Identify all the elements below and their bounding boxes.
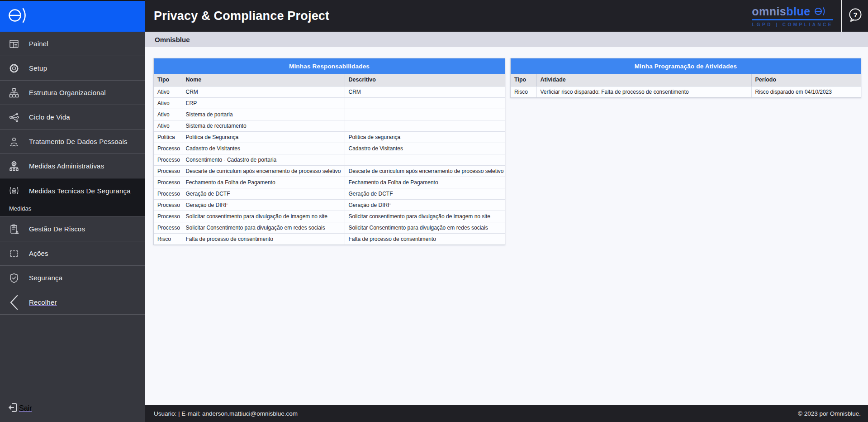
table-cell: Cadastro de Visitantes	[182, 143, 345, 154]
table-row[interactable]: ProcessoDescarte de curriculum após ence…	[154, 165, 505, 177]
personal-data-icon	[7, 135, 21, 149]
sidebar-item-label: Recolher	[29, 298, 57, 306]
table-cell: Sistema de recrutamento	[182, 120, 345, 131]
lifecycle-icon	[7, 110, 21, 124]
dashboard-icon	[7, 37, 21, 51]
risk-clipboard-icon	[7, 222, 21, 236]
table-row[interactable]: AtivoSistema de portaria	[154, 109, 505, 120]
responsibilities-panel-title: Minhas Responsabilidades	[154, 58, 505, 74]
table-cell: Solicitar Consentimento para divulgação …	[182, 222, 345, 233]
gear-icon	[7, 62, 21, 75]
table-cell: Verficiar risco disparado: Falta de proc…	[536, 86, 751, 97]
table-cell: CRM	[345, 86, 505, 97]
table-cell: Risco	[511, 86, 536, 97]
sidebar-item-medidas-administrativas[interactable]: Medidas Administrativas	[0, 154, 145, 178]
sidebar-item-label: Gestão De Riscos	[29, 225, 85, 233]
actions-selection-icon	[7, 247, 21, 260]
sidebar-item-label: Ciclo de Vida	[29, 113, 70, 121]
table-cell: Consentimento - Cadastro de portaria	[182, 154, 345, 165]
sidebar-item-gestao-de-riscos[interactable]: Gestão De Riscos	[0, 217, 145, 241]
column-header[interactable]: Tipo	[154, 74, 182, 86]
sidebar-item-seguranca[interactable]: Segurança	[0, 266, 145, 290]
brand-name-part1: omnis	[752, 5, 786, 18]
sidebar-item-label: Ações	[29, 249, 48, 257]
table-row[interactable]: PoliticaPolitica de SegurançaPolitica de…	[154, 131, 505, 143]
sidebar-item-label: Tratamento De Dados Pessoais	[29, 138, 128, 145]
table-row[interactable]: AtivoSistema de recrutamento	[154, 120, 505, 131]
sidebar-item-label: Sair	[19, 404, 32, 412]
table-cell: Fechamento da Folha de Pagamento	[345, 177, 505, 188]
table-row[interactable]: ProcessoGeração de DIRFGeração de DIRF	[154, 199, 505, 211]
org-chart-icon	[7, 86, 21, 100]
logout-icon	[7, 402, 19, 415]
chevron-left-icon	[7, 296, 21, 309]
sidebar-subitem-medidas[interactable]: Medidas	[0, 203, 145, 216]
table-row[interactable]: ProcessoSolicitar consentimento para div…	[154, 211, 505, 222]
table-row[interactable]: ProcessoGeração de DCTFGeração de DCTF	[154, 188, 505, 199]
table-row[interactable]: RiscoFalta de processo de consentimentoF…	[154, 233, 505, 245]
page-footer: Usuario: | E-mail: anderson.mattiuci@omn…	[145, 405, 868, 422]
table-cell: Solicitar consentimento para divulgação …	[182, 211, 345, 222]
table-cell: Ativo	[154, 86, 182, 97]
table-cell: Geração de DCTF	[182, 188, 345, 199]
sidebar-item-label: Medidas Administrativas	[29, 162, 104, 170]
sidebar-item-estrutura-organizacional[interactable]: Estrutura Organizacional	[0, 81, 145, 105]
sidebar-item-medidas-tecnicas-seguranca[interactable]: Medidas Tecnicas De Segurança	[0, 178, 145, 203]
table-cell: Solicitar Consentimento para divulgação …	[345, 222, 505, 233]
table-cell: CRM	[182, 86, 345, 97]
help-button[interactable]: ?	[842, 0, 868, 32]
table-cell	[345, 120, 505, 131]
schedule-panel-title: Minha Programação de Atividades	[511, 58, 861, 74]
sidebar-item-ciclo-de-vida[interactable]: Ciclo de Vida	[0, 105, 145, 129]
sidebar-item-acoes[interactable]: Ações	[0, 241, 145, 266]
footer-user-info: Usuario: | E-mail: anderson.mattiuci@omn…	[154, 410, 298, 417]
responsibilities-table: TipoNomeDescritivo AtivoCRMCRMAtivoERPAt…	[154, 74, 505, 245]
column-header[interactable]: Atividade	[536, 74, 751, 86]
sidebar-logo-block[interactable]	[0, 0, 145, 32]
sidebar-nav: Painel Setup	[0, 32, 145, 315]
sidebar-item-tratamento-dados-pessoais[interactable]: Tratamento De Dados Pessoais	[0, 129, 145, 154]
breadcrumb[interactable]: Omnisblue	[155, 36, 190, 43]
admin-measures-icon	[7, 159, 21, 173]
table-row[interactable]: RiscoVerficiar risco disparado: Falta de…	[511, 86, 861, 97]
table-cell: Geração de DIRF	[345, 199, 505, 211]
sidebar-item-label: Medidas Tecnicas De Segurança	[29, 187, 131, 195]
table-cell	[345, 154, 505, 165]
sidebar-item-label: Setup	[29, 64, 47, 72]
sidebar-item-sair[interactable]: Sair	[0, 397, 145, 420]
sidebar-group-medidas-tecnicas: Medidas Tecnicas De Segurança Medidas	[0, 178, 145, 217]
table-row[interactable]: ProcessoCadastro de VisitantesCadastro d…	[154, 143, 505, 154]
table-cell: Processo	[154, 143, 182, 154]
table-cell: Descarte de curriculum após encerramento…	[182, 165, 345, 177]
column-header[interactable]: Nome	[182, 74, 345, 86]
table-cell: Sistema de portaria	[182, 109, 345, 120]
sidebar-item-setup[interactable]: Setup	[0, 56, 145, 81]
table-row[interactable]: ProcessoSolicitar Consentimento para div…	[154, 222, 505, 233]
table-cell: Solicitar consentimento para divulgação …	[345, 211, 505, 222]
help-chat-icon: ?	[848, 7, 863, 24]
omnisblue-logo-icon	[6, 5, 30, 28]
column-header[interactable]: Período	[751, 74, 861, 86]
table-cell: Processo	[154, 154, 182, 165]
sidebar-item-recolher[interactable]: Recolher	[0, 290, 145, 315]
table-cell: Falta de processo de consentimento	[345, 233, 505, 245]
sidebar-item-painel[interactable]: Painel	[0, 32, 145, 56]
table-row[interactable]: ProcessoConsentimento - Cadastro de port…	[154, 154, 505, 165]
table-cell: Processo	[154, 188, 182, 199]
schedule-table: TipoAtividadePeríodo RiscoVerficiar risc…	[511, 74, 861, 97]
table-cell: Processo	[154, 211, 182, 222]
table-cell: Risco disparado em 04/10/2023	[751, 86, 861, 97]
table-row[interactable]: AtivoERP	[154, 97, 505, 109]
table-row[interactable]: AtivoCRMCRM	[154, 86, 505, 97]
column-header[interactable]: Tipo	[511, 74, 536, 86]
brand-underline	[752, 19, 833, 20]
column-header[interactable]: Descritivo	[345, 74, 505, 86]
table-cell: Ativo	[154, 109, 182, 120]
table-cell: Cadastro de Visitantes	[345, 143, 505, 154]
breadcrumb-bar: Omnisblue	[145, 32, 868, 47]
table-row[interactable]: ProcessoFechamento da Folha de Pagamento…	[154, 177, 505, 188]
sidebar-item-label: Estrutura Organizacional	[29, 89, 106, 96]
table-cell: Fechamento da Folha de Pagamento	[182, 177, 345, 188]
table-cell: Politica de Segurança	[182, 131, 345, 143]
svg-text:?: ?	[853, 11, 857, 19]
